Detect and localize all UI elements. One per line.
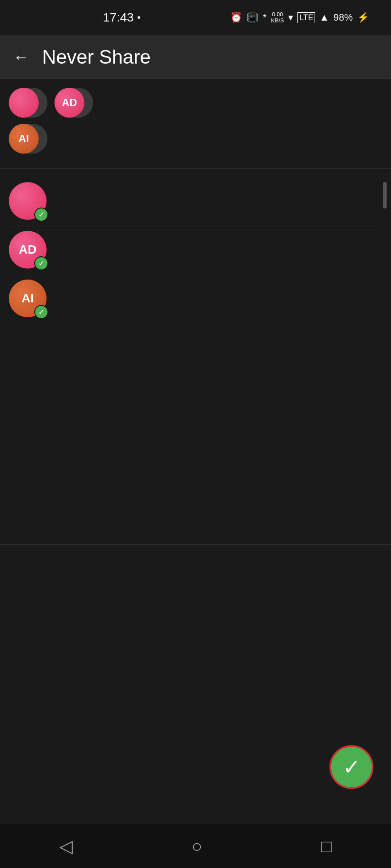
vibrate-icon: 📳 bbox=[246, 12, 258, 23]
status-dot: • bbox=[137, 12, 141, 23]
avatar-ai-filter: AI bbox=[9, 124, 39, 154]
nav-recent-icon[interactable]: □ bbox=[321, 836, 332, 856]
back-button[interactable]: ← bbox=[13, 49, 29, 65]
avatar-pink-filter bbox=[9, 88, 39, 118]
confirm-fab[interactable]: ✓ bbox=[329, 745, 373, 789]
check-badge-ad: ✓ bbox=[34, 256, 48, 270]
bluetooth-icon: * bbox=[263, 12, 267, 23]
avatar-wrapper-ai: AI ✓ bbox=[9, 280, 48, 319]
filter-chip-ai[interactable]: AI bbox=[9, 124, 47, 154]
scrollbar[interactable] bbox=[383, 182, 387, 208]
separator-1 bbox=[0, 169, 391, 169]
charging-icon: ⚡ bbox=[357, 12, 369, 23]
status-bar: 17:43 • ⏰ 📳 * 0.00 KB/S ▾ LTE ▲ 98% ⚡ bbox=[0, 0, 391, 35]
header: ← Never Share bbox=[0, 35, 391, 79]
network-speed: 0.00 KB/S bbox=[271, 11, 284, 24]
check-badge-pink: ✓ bbox=[34, 208, 48, 222]
status-icons: ⏰ 📳 * 0.00 KB/S ▾ LTE ▲ 98% ⚡ bbox=[230, 11, 378, 24]
filter-area: AD AI bbox=[0, 79, 391, 164]
status-time: 17:43 bbox=[103, 11, 134, 25]
separator-2 bbox=[0, 544, 391, 545]
filter-chip-pink[interactable] bbox=[9, 88, 47, 118]
avatar-ad-filter: AD bbox=[54, 88, 84, 118]
avatar-wrapper-ad: AD ✓ bbox=[9, 231, 48, 270]
list-item-ad[interactable]: AD ✓ bbox=[9, 226, 382, 275]
avatar-wrapper-pink: ✓ bbox=[9, 182, 48, 222]
main-list: ✓ AD ✓ AI ✓ bbox=[0, 173, 391, 328]
filter-row-2: AI bbox=[9, 124, 382, 154]
alarm-icon: ⏰ bbox=[230, 12, 242, 23]
lte-icon: LTE bbox=[297, 12, 315, 23]
page-title: Never Share bbox=[42, 46, 151, 68]
filter-row-1: AD bbox=[9, 88, 382, 118]
bottom-nav: ◁ ○ □ bbox=[0, 824, 391, 868]
list-item-pink[interactable]: ✓ bbox=[9, 178, 382, 226]
nav-home-icon[interactable]: ○ bbox=[192, 836, 202, 856]
filter-chip-ad[interactable]: AD bbox=[54, 88, 93, 118]
list-item-ai[interactable]: AI ✓ bbox=[9, 275, 382, 323]
signal-icon: ▲ bbox=[319, 12, 329, 23]
nav-back-icon[interactable]: ◁ bbox=[59, 836, 73, 856]
battery-label: 98% bbox=[333, 12, 353, 23]
check-badge-ai: ✓ bbox=[34, 305, 48, 319]
wifi-icon: ▾ bbox=[288, 12, 293, 23]
